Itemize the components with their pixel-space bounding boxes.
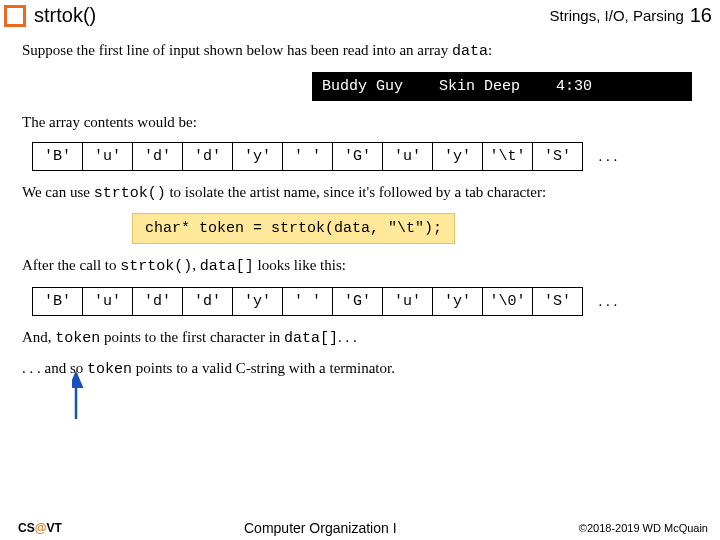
- arr2-cell: '\0': [483, 288, 533, 316]
- para-conclusion: . . . and so token points to a valid C-s…: [22, 359, 704, 380]
- arr1-cell: 'S': [533, 142, 583, 170]
- input-black-box: Buddy Guy Skin Deep 4:30: [312, 72, 692, 101]
- arr1-cell: 'y': [433, 142, 483, 170]
- slide-topic: Strings, I/O, Parsing: [550, 7, 684, 24]
- arr2-cell: ' ': [283, 288, 333, 316]
- arr2-cell: 'd': [133, 288, 183, 316]
- code-strtok-2: strtok(): [120, 258, 192, 275]
- slide-title: strtok(): [34, 4, 96, 27]
- arr1-cell: 'u': [383, 142, 433, 170]
- p4-a: After the call to: [22, 257, 120, 273]
- footer-copy: ©2018-2019 WD McQuain: [579, 522, 708, 534]
- arr2-cell: 'B': [33, 288, 83, 316]
- footer-at-text: @: [35, 521, 47, 535]
- code-dataarr: data[]: [200, 258, 254, 275]
- footer: CS@VT Computer Organization I ©2018-2019…: [0, 520, 720, 536]
- p4-e: looks like this:: [254, 257, 346, 273]
- arr2-cell: 'u': [383, 288, 433, 316]
- code-token: token: [55, 330, 100, 347]
- code-box-1: char* token = strtok(data, "\t");: [132, 213, 455, 244]
- footer-course: Computer Organization I: [62, 520, 579, 536]
- arr2-cell: 'G': [333, 288, 383, 316]
- para-array-contents: The array contents would be:: [22, 113, 704, 132]
- arr1-cell: ' ': [283, 142, 333, 170]
- code-token-2: token: [87, 361, 132, 378]
- arr1-cell: 'B': [33, 142, 83, 170]
- code-dataarr-2: data[]: [284, 330, 338, 347]
- array-table-2: 'B' 'u' 'd' 'd' 'y' ' ' 'G' 'u' 'y' '\0'…: [32, 287, 633, 316]
- arr1-cell: 'd': [183, 142, 233, 170]
- p4-c: ,: [192, 257, 200, 273]
- footer-cs: CS@VT: [18, 521, 62, 535]
- arr2-cell: 'S': [533, 288, 583, 316]
- p3-a: We can use: [22, 184, 94, 200]
- code-strtok: strtok(): [94, 185, 166, 202]
- arr2-cell: 'd': [183, 288, 233, 316]
- arr2-ellipsis: . . .: [583, 288, 633, 316]
- footer-vt-text: VT: [46, 521, 61, 535]
- para-token-points: And, token points to the first character…: [22, 328, 704, 349]
- logo-square: [4, 5, 26, 27]
- para-intro-text-a: Suppose the first line of input shown be…: [22, 42, 452, 58]
- array-table-1: 'B' 'u' 'd' 'd' 'y' ' ' 'G' 'u' 'y' '\t'…: [32, 142, 633, 171]
- arr2-cell: 'u': [83, 288, 133, 316]
- p5-e: . . .: [338, 329, 357, 345]
- para-after-call: After the call to strtok(), data[] looks…: [22, 256, 704, 277]
- arr1-cell: 'y': [233, 142, 283, 170]
- arr1-cell: '\t': [483, 142, 533, 170]
- code-data: data: [452, 43, 488, 60]
- arr1-cell: 'd': [133, 142, 183, 170]
- slide-number: 16: [690, 4, 712, 27]
- arr1-cell: 'G': [333, 142, 383, 170]
- footer-cs-text: CS: [18, 521, 35, 535]
- para-strtok-use: We can use strtok() to isolate the artis…: [22, 183, 704, 204]
- arr1-ellipsis: . . .: [583, 142, 633, 170]
- arr2-cell: 'y': [433, 288, 483, 316]
- para-intro-text-c: :: [488, 42, 492, 58]
- para-intro: Suppose the first line of input shown be…: [22, 41, 704, 62]
- p6-c: points to a valid C-string with a termin…: [132, 360, 395, 376]
- p6-a: . . . and so: [22, 360, 87, 376]
- arr2-cell: 'y': [233, 288, 283, 316]
- p5-c: points to the first character in: [100, 329, 284, 345]
- p3-c: to isolate the artist name, since it's f…: [166, 184, 547, 200]
- arr1-cell: 'u': [83, 142, 133, 170]
- p5-a: And,: [22, 329, 55, 345]
